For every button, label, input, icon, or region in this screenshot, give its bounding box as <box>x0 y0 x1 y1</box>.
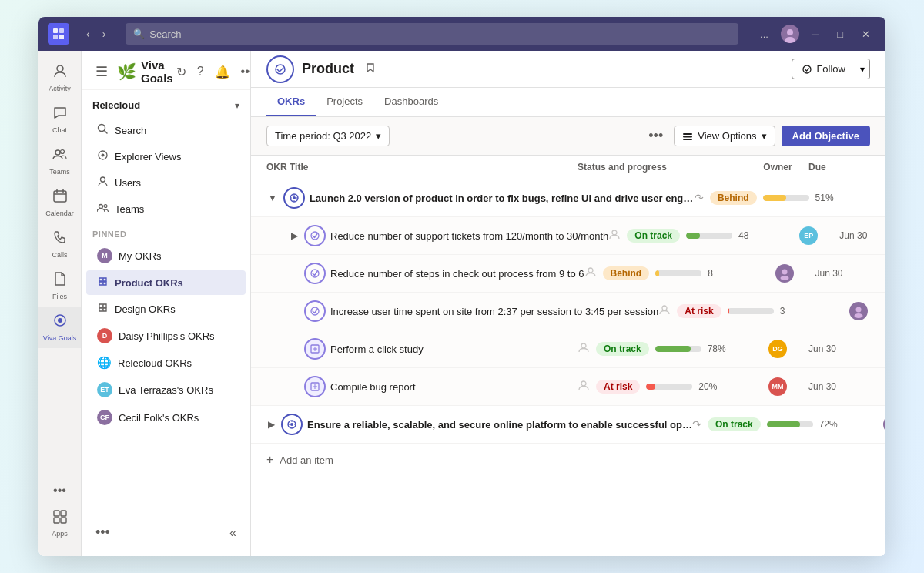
bell-button[interactable]: 🔔 <box>212 62 233 82</box>
owner-avatar <box>849 302 868 320</box>
progress-pct: 78% <box>708 343 731 354</box>
teams-sidebar-icon <box>97 202 109 216</box>
nav-item-calls[interactable]: Calls <box>38 223 81 265</box>
status-progress-cell: On track 78% <box>578 341 747 357</box>
app-name-label: Viva Goals <box>141 59 173 85</box>
header-owner: Owner <box>747 162 808 173</box>
follow-button-group[interactable]: Follow ▾ <box>792 59 870 79</box>
sidebar-item-teams[interactable]: Teams <box>86 196 246 221</box>
search-bar[interactable]: 🔍 Search <box>126 23 738 45</box>
toolbar: Time period: Q3 2022 ▾ ••• View Options … <box>251 117 886 156</box>
header-more-button[interactable]: ••• <box>238 62 251 82</box>
product-okrs-icon <box>97 276 109 290</box>
add-objective-button[interactable]: Add Objective <box>782 126 870 146</box>
status-badge: On track <box>627 229 680 243</box>
due-cell: Jun 30 <box>815 268 877 279</box>
search-icon: 🔍 <box>133 28 145 39</box>
expand-button[interactable]: ▶ <box>290 229 300 243</box>
sidebar-more-button[interactable]: ••• <box>92 521 113 544</box>
status-progress-cell: ↷ On track 72% <box>692 417 862 431</box>
back-button[interactable]: ‹ <box>82 25 95 43</box>
expand-button[interactable]: ▶ <box>266 417 276 431</box>
task-text: Perform a click study <box>330 343 424 355</box>
titlebar-more-button[interactable]: ... <box>754 27 775 42</box>
svg-rect-15 <box>61 511 66 516</box>
time-period-button[interactable]: Time period: Q3 2022 ▾ <box>266 126 390 146</box>
sidebar-item-myokrs[interactable]: M My OKRs <box>86 243 246 269</box>
task-text: Compile bug report <box>330 381 416 393</box>
nav-item-calendar[interactable]: Calendar <box>38 182 81 223</box>
sidebar-item-productokrs[interactable]: Product OKRs <box>86 270 246 295</box>
task-icon <box>304 376 326 397</box>
kr-text: Reduce number of steps in check out proc… <box>330 268 584 280</box>
status-badge: On track <box>708 417 761 431</box>
nav-item-more[interactable]: ••• <box>38 478 81 504</box>
toolbar-more-button[interactable]: ••• <box>644 125 668 147</box>
sidebar-item-cecilokrs[interactable]: CF Cecil Folk's OKRs <box>86 404 246 431</box>
add-item-row[interactable]: + Add an item <box>251 444 886 476</box>
sidebar-item-evaokrs[interactable]: ET Eva Terrazas's OKRs <box>86 377 246 403</box>
progress-bar <box>763 195 809 201</box>
tab-okrs[interactable]: OKRs <box>266 88 316 116</box>
sidebar-productokrs-label: Product OKRs <box>115 277 183 289</box>
collapse-sidebar-button[interactable]: « <box>226 523 239 543</box>
viva-leaf-icon: 🌿 <box>117 62 136 81</box>
nav-arrows[interactable]: ‹ › <box>82 25 110 43</box>
close-button[interactable]: ✕ <box>855 27 876 42</box>
svg-rect-17 <box>61 518 66 523</box>
design-okrs-icon <box>97 302 109 316</box>
sidebar-item-relecloudokrs[interactable]: 🌐 Relecloud OKRs <box>86 350 246 375</box>
owner-avatar <box>883 415 886 434</box>
kr-text: Reduce number of support tickets from 12… <box>330 230 608 242</box>
sidebar-item-designokrs[interactable]: Design OKRs <box>86 297 246 321</box>
sidebar-item-users[interactable]: Users <box>86 170 246 195</box>
objective-icon <box>283 187 305 209</box>
nav-item-apps[interactable]: Apps <box>38 504 81 544</box>
svg-point-53 <box>290 423 293 426</box>
nav-item-chat[interactable]: Chat <box>38 99 81 140</box>
help-button[interactable]: ? <box>194 62 207 82</box>
follow-chevron-button[interactable]: ▾ <box>855 59 870 79</box>
nav-item-viva[interactable]: Viva Goals <box>38 307 81 348</box>
okr-table: OKR Title Status and progress Owner Due … <box>251 156 886 556</box>
eva-avatar: ET <box>97 382 112 397</box>
expand-button[interactable]: ▼ <box>266 191 279 205</box>
sidebar-item-search[interactable]: Search <box>86 118 246 142</box>
sidebar-chevron-icon[interactable]: ▾ <box>235 100 239 111</box>
svg-rect-28 <box>683 136 692 137</box>
sidebar-item-daisyokrs[interactable]: D Daisy Phillips's OKRs <box>86 323 246 349</box>
follow-button[interactable]: Follow <box>792 59 855 79</box>
view-options-button[interactable]: View Options ▾ <box>674 126 775 146</box>
progress-fill <box>646 384 655 390</box>
user-avatar[interactable] <box>781 25 799 43</box>
tab-projects-label: Projects <box>326 96 363 107</box>
owner-avatar: DG <box>768 340 787 358</box>
table-row: ▶ Compile bug report At risk <box>251 368 886 406</box>
forward-button[interactable]: › <box>98 25 111 43</box>
progress-fill <box>655 346 691 352</box>
nav-item-teams[interactable]: Teams <box>38 140 81 182</box>
nav-item-activity[interactable]: Activity <box>38 57 81 99</box>
tab-dashboards[interactable]: Dashboards <box>373 88 449 116</box>
tab-dashboards-label: Dashboards <box>384 96 438 107</box>
svg-point-21 <box>102 154 105 157</box>
bookmark-icon[interactable] <box>365 62 376 75</box>
status-badge: Behind <box>603 266 650 280</box>
progress-fill <box>686 233 700 239</box>
owner-cell <box>864 189 886 207</box>
refresh-button[interactable]: ↻ <box>173 62 189 82</box>
okr-title-cell: ▼ Launch 2.0 version of product in order… <box>266 187 695 209</box>
app-logo-icon <box>48 23 69 45</box>
svg-point-43 <box>855 313 863 318</box>
sidebar-item-explorer[interactable]: Explorer Views <box>86 144 246 169</box>
sidebar-daisyokrs-label: Daisy Phillips's OKRs <box>119 330 215 342</box>
maximize-button[interactable]: □ <box>831 27 849 42</box>
nav-item-files[interactable]: Files <box>38 265 81 307</box>
minimize-button[interactable]: ─ <box>805 27 825 42</box>
tab-projects[interactable]: Projects <box>316 88 373 116</box>
svg-point-6 <box>57 65 63 72</box>
sidebar-teams-label: Teams <box>115 203 144 215</box>
page-title: Product <box>302 61 354 77</box>
content-topbar: Product Follow ▾ <box>251 51 886 88</box>
hamburger-button[interactable]: ☰ <box>92 60 111 83</box>
